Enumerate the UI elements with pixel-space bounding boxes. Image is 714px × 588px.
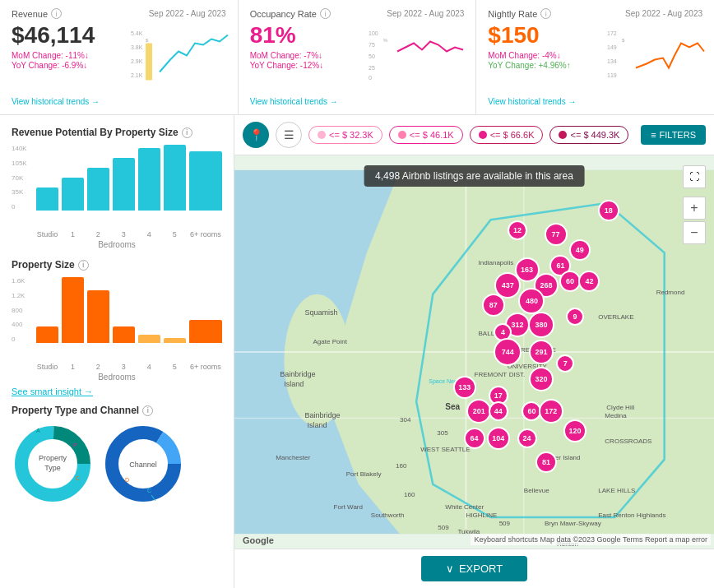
property-size-bars bbox=[12, 277, 222, 343]
cluster-marker[interactable]: 133 bbox=[453, 376, 476, 399]
cluster-marker[interactable]: 380 bbox=[528, 312, 554, 338]
revenue-size-bars bbox=[12, 145, 222, 211]
cluster-marker[interactable]: 291 bbox=[529, 340, 554, 364]
svg-text:2.1K: 2.1K bbox=[131, 72, 143, 78]
revenue-card: Revenue i Sep 2022 - Aug 2023 $46,114 Mo… bbox=[0, 0, 239, 114]
export-button[interactable]: ∨ EXPORT bbox=[421, 556, 527, 581]
cluster-marker[interactable]: 24 bbox=[517, 428, 537, 448]
svg-text:Property: Property bbox=[39, 454, 67, 462]
occupancy-info-icon[interactable]: i bbox=[320, 8, 331, 19]
property-size-info-icon[interactable]: i bbox=[78, 260, 89, 271]
svg-text:149: 149 bbox=[607, 44, 617, 50]
zoom-out-button[interactable]: − bbox=[683, 221, 706, 244]
revenue-info-icon[interactable]: i bbox=[51, 8, 62, 19]
revenue-by-size-info-icon[interactable]: i bbox=[182, 127, 192, 138]
filters-button[interactable]: ≡ FILTERS bbox=[641, 125, 706, 145]
property-size-chart: 1.6K 1.2K 800 400 0 bbox=[12, 277, 222, 359]
cluster-marker[interactable]: 44 bbox=[489, 401, 508, 421]
occupancy-chart: 100 75 50 25 0 % bbox=[369, 25, 467, 82]
cluster-marker[interactable]: 87 bbox=[482, 294, 505, 317]
occupancy-title: Occupancy Rate i Sep 2022 - Aug 2023 bbox=[250, 8, 465, 19]
ps-bar-2 bbox=[87, 290, 109, 343]
bar-6plus bbox=[189, 151, 222, 211]
cluster-marker[interactable]: 42 bbox=[578, 271, 600, 292]
cluster-marker[interactable]: 64 bbox=[464, 428, 485, 449]
ps-bar-5 bbox=[164, 338, 186, 343]
ps-bar-6plus bbox=[189, 320, 222, 343]
revenue-size-labels: Studio 1 2 3 4 5 6+ rooms bbox=[12, 230, 222, 238]
bar-studio bbox=[36, 188, 58, 211]
svg-text:A: A bbox=[36, 428, 40, 433]
svg-text:3.8K: 3.8K bbox=[131, 44, 143, 50]
price-filter-2[interactable]: <= $ 46.1K bbox=[389, 126, 463, 144]
revenue-link[interactable]: View historical trends → bbox=[12, 97, 226, 106]
cluster-marker[interactable]: 201 bbox=[466, 399, 491, 424]
svg-text:100: 100 bbox=[369, 30, 378, 36]
zoom-in-button[interactable]: + bbox=[683, 197, 706, 220]
sidebar: Revenue Potential By Property Size i 140… bbox=[0, 115, 234, 588]
pt-channel-info-icon[interactable]: i bbox=[142, 405, 153, 416]
metrics-row: Revenue i Sep 2022 - Aug 2023 $46,114 Mo… bbox=[0, 0, 714, 115]
bar-4 bbox=[138, 148, 160, 211]
nightly-info-icon[interactable]: i bbox=[540, 8, 551, 19]
cluster-marker[interactable]: 480 bbox=[518, 288, 545, 314]
cluster-marker[interactable]: 744 bbox=[494, 338, 522, 366]
revenue-title: Revenue i Sep 2022 - Aug 2023 bbox=[12, 8, 226, 19]
price-filter-1[interactable]: <= $ 32.3K bbox=[308, 126, 382, 144]
cluster-marker[interactable]: 104 bbox=[487, 427, 510, 450]
cluster-marker[interactable]: 172 bbox=[539, 399, 563, 424]
nightly-link[interactable]: View historical trends → bbox=[488, 97, 702, 106]
svg-text:172: 172 bbox=[607, 30, 617, 36]
svg-text:Type: Type bbox=[44, 464, 61, 472]
occupancy-link[interactable]: View historical trends → bbox=[250, 97, 465, 106]
list-view-button[interactable]: ☰ bbox=[276, 122, 302, 148]
svg-rect-4 bbox=[146, 44, 152, 81]
cluster-marker[interactable]: 18 bbox=[598, 200, 619, 221]
property-size-x-label: Bedrooms bbox=[12, 373, 222, 382]
nightly-chart: 172 149 134 119 $ bbox=[607, 25, 706, 82]
cluster-marker[interactable]: 81 bbox=[536, 451, 557, 473]
property-size-title: Property Size i bbox=[12, 259, 222, 271]
ps-bar-studio bbox=[36, 326, 58, 343]
cluster-marker[interactable]: 320 bbox=[529, 367, 554, 391]
cluster-marker[interactable]: 60 bbox=[559, 271, 581, 292]
google-logo: Google bbox=[243, 535, 274, 545]
svg-text:E: E bbox=[21, 451, 26, 456]
svg-text:$: $ bbox=[622, 38, 625, 43]
cluster-marker[interactable]: 77 bbox=[545, 223, 568, 246]
revenue-chart: 5.4K 3.8K 2.9K 2.1K $ bbox=[131, 25, 230, 82]
cluster-marker[interactable]: 49 bbox=[569, 239, 591, 261]
svg-text:D: D bbox=[125, 477, 129, 483]
bar-2 bbox=[87, 168, 109, 211]
price-filter-4[interactable]: <= $ 449.3K bbox=[549, 126, 628, 144]
cluster-marker[interactable]: 9 bbox=[566, 308, 584, 326]
svg-text:134: 134 bbox=[607, 58, 617, 64]
svg-text:50: 50 bbox=[369, 53, 375, 59]
revenue-x-label: Bedrooms bbox=[12, 240, 222, 249]
map-zoom-controls: + − bbox=[683, 197, 706, 244]
cluster-marker[interactable]: 7 bbox=[556, 354, 574, 373]
property-type-channel-title: Property Type and Channel i bbox=[12, 405, 222, 416]
nightly-card: Nightly Rate i Sep 2022 - Aug 2023 $150 … bbox=[476, 0, 714, 114]
export-bar: ∨ EXPORT bbox=[234, 549, 714, 588]
cluster-marker[interactable]: 120 bbox=[563, 419, 586, 442]
fullscreen-button[interactable]: ⛶ bbox=[683, 165, 706, 188]
svg-text:75: 75 bbox=[369, 42, 375, 48]
map-tooltip: 4,498 Airbnb listings are available in t… bbox=[364, 165, 585, 187]
nightly-title: Nightly Rate i Sep 2022 - Aug 2023 bbox=[488, 8, 702, 19]
ps-bar-1 bbox=[62, 277, 84, 343]
map-area: 📍 ☰ <= $ 32.3K <= $ 46.1K <= $ 66.6K <= … bbox=[234, 115, 714, 588]
ps-bar-3 bbox=[113, 326, 135, 343]
svg-text:119: 119 bbox=[607, 72, 617, 78]
map-controls: 📍 ☰ <= $ 32.3K <= $ 46.1K <= $ 66.6K <= … bbox=[234, 115, 714, 155]
bar-1 bbox=[62, 178, 84, 211]
revenue-by-size-title: Revenue Potential By Property Size i bbox=[12, 127, 222, 138]
svg-text:B: B bbox=[166, 471, 170, 477]
price-filter-3[interactable]: <= $ 66.6K bbox=[470, 126, 544, 144]
occupancy-card: Occupancy Rate i Sep 2022 - Aug 2023 81%… bbox=[239, 0, 477, 114]
cluster-marker[interactable]: 12 bbox=[508, 220, 527, 240]
map-view-button[interactable]: 📍 bbox=[243, 122, 269, 148]
property-type-donut: Property Type E A P C bbox=[12, 423, 94, 505]
smart-insight-link[interactable]: See smart insight → bbox=[12, 387, 222, 396]
main-layout: Revenue Potential By Property Size i 140… bbox=[0, 115, 714, 588]
